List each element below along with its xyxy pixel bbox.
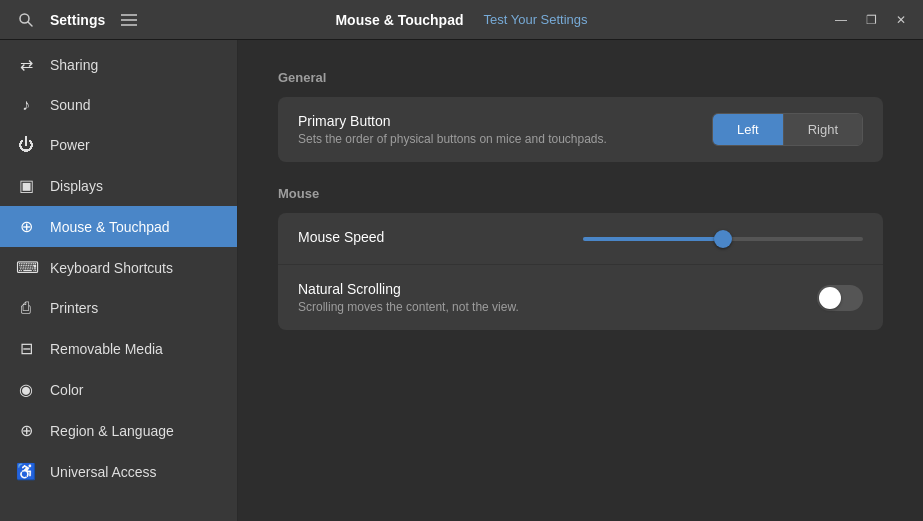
sidebar-item-label-mouse: Mouse & Touchpad — [50, 219, 170, 235]
removable-icon: ⊟ — [16, 339, 36, 358]
primary-button-row: Primary Button Sets the order of physica… — [278, 97, 883, 162]
maximize-button[interactable]: ❐ — [857, 6, 885, 34]
titlebar-center: Mouse & Touchpad Test Your Settings — [335, 12, 587, 28]
sidebar-item-label-displays: Displays — [50, 178, 103, 194]
primary-button-desc: Sets the order of physical buttons on mi… — [298, 132, 712, 146]
sidebar-item-mouse[interactable]: ⊕Mouse & Touchpad — [0, 206, 237, 247]
toggle-knob — [819, 287, 841, 309]
minimize-button[interactable]: — — [827, 6, 855, 34]
left-right-button-group: Left Right — [712, 113, 863, 146]
sidebar-item-label-sound: Sound — [50, 97, 90, 113]
left-button[interactable]: Left — [713, 114, 784, 145]
titlebar: Settings Mouse & Touchpad Test Your Sett… — [0, 0, 923, 40]
close-button[interactable]: ✕ — [887, 6, 915, 34]
displays-icon: ▣ — [16, 176, 36, 195]
natural-scrolling-row: Natural Scrolling Scrolling moves the co… — [278, 265, 883, 330]
mouse-speed-info: Mouse Speed — [298, 229, 583, 248]
mouse-card: Mouse Speed Natural Scrolling Scrolling … — [278, 213, 883, 330]
universal-icon: ♿ — [16, 462, 36, 481]
mouse-section-title: Mouse — [278, 186, 883, 201]
region-icon: ⊕ — [16, 421, 36, 440]
sidebar: ⇄Sharing♪Sound⏻Power▣Displays⊕Mouse & To… — [0, 40, 238, 521]
titlebar-left: Settings — [0, 4, 145, 36]
natural-scrolling-toggle[interactable] — [817, 285, 863, 311]
sidebar-item-label-printers: Printers — [50, 300, 98, 316]
sidebar-item-power[interactable]: ⏻Power — [0, 125, 237, 165]
sidebar-item-printers[interactable]: ⎙Printers — [0, 288, 237, 328]
keyboard-icon: ⌨ — [16, 258, 36, 277]
primary-button-control: Left Right — [712, 113, 863, 146]
right-button[interactable]: Right — [784, 114, 862, 145]
power-icon: ⏻ — [16, 136, 36, 154]
sidebar-item-region[interactable]: ⊕Region & Language — [0, 410, 237, 451]
sharing-icon: ⇄ — [16, 55, 36, 74]
sound-icon: ♪ — [16, 96, 36, 114]
mouse-speed-row: Mouse Speed — [278, 213, 883, 265]
primary-button-info: Primary Button Sets the order of physica… — [298, 113, 712, 146]
svg-line-1 — [28, 22, 32, 26]
primary-button-card: Primary Button Sets the order of physica… — [278, 97, 883, 162]
window-controls: — ❐ ✕ — [827, 6, 923, 34]
sidebar-item-label-sharing: Sharing — [50, 57, 98, 73]
sidebar-item-color[interactable]: ◉Color — [0, 369, 237, 410]
primary-button-label: Primary Button — [298, 113, 712, 129]
sidebar-item-label-region: Region & Language — [50, 423, 174, 439]
mouse-speed-control — [583, 237, 863, 241]
printers-icon: ⎙ — [16, 299, 36, 317]
menu-button[interactable] — [113, 4, 145, 36]
test-settings-link[interactable]: Test Your Settings — [484, 12, 588, 27]
slider-track[interactable] — [583, 237, 863, 241]
natural-scrolling-label: Natural Scrolling — [298, 281, 817, 297]
sidebar-item-label-color: Color — [50, 382, 83, 398]
content-area: General Primary Button Sets the order of… — [238, 40, 923, 521]
sidebar-item-removable[interactable]: ⊟Removable Media — [0, 328, 237, 369]
sidebar-item-universal[interactable]: ♿Universal Access — [0, 451, 237, 492]
main-layout: ⇄Sharing♪Sound⏻Power▣Displays⊕Mouse & To… — [0, 40, 923, 521]
mouse-speed-label: Mouse Speed — [298, 229, 583, 245]
sidebar-item-sharing[interactable]: ⇄Sharing — [0, 44, 237, 85]
general-section-title: General — [278, 70, 883, 85]
sidebar-item-keyboard[interactable]: ⌨Keyboard Shortcuts — [0, 247, 237, 288]
natural-scrolling-control — [817, 285, 863, 311]
sidebar-item-label-power: Power — [50, 137, 90, 153]
sidebar-item-label-keyboard: Keyboard Shortcuts — [50, 260, 173, 276]
sidebar-item-sound[interactable]: ♪Sound — [0, 85, 237, 125]
sidebar-item-displays[interactable]: ▣Displays — [0, 165, 237, 206]
mouse-icon: ⊕ — [16, 217, 36, 236]
mouse-speed-slider-container — [583, 237, 863, 241]
natural-scrolling-desc: Scrolling moves the content, not the vie… — [298, 300, 817, 314]
page-title: Mouse & Touchpad — [335, 12, 463, 28]
slider-fill — [583, 237, 723, 241]
slider-thumb[interactable] — [714, 230, 732, 248]
natural-scrolling-info: Natural Scrolling Scrolling moves the co… — [298, 281, 817, 314]
search-button[interactable] — [10, 4, 42, 36]
sidebar-item-label-universal: Universal Access — [50, 464, 157, 480]
sidebar-item-label-removable: Removable Media — [50, 341, 163, 357]
color-icon: ◉ — [16, 380, 36, 399]
app-title: Settings — [50, 12, 105, 28]
